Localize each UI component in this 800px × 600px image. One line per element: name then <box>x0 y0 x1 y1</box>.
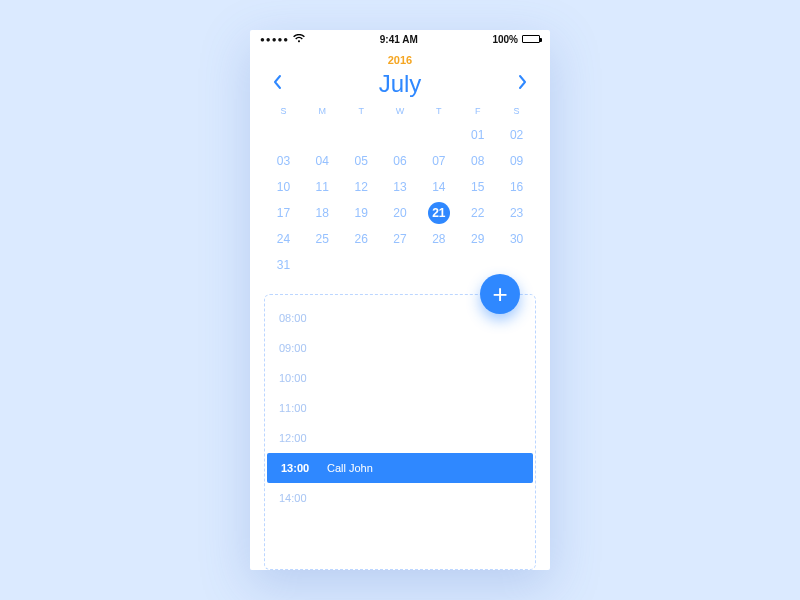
calendar-day[interactable]: 21 <box>419 200 458 226</box>
weekday-label: W <box>381 104 420 118</box>
selected-day-marker: 21 <box>428 202 450 224</box>
calendar-day[interactable]: 17 <box>264 200 303 226</box>
calendar-row: 0102 <box>250 122 550 148</box>
time-slot[interactable]: 10:00 <box>265 363 535 393</box>
status-bar: ●●●●● 9:41 AM 100% <box>250 30 550 48</box>
status-right: 100% <box>492 34 540 45</box>
weekday-label: T <box>419 104 458 118</box>
calendar-day[interactable]: 19 <box>342 200 381 226</box>
time-slot[interactable]: 14:00 <box>265 483 535 513</box>
calendar-day[interactable]: 24 <box>264 226 303 252</box>
phone-frame: ●●●●● 9:41 AM 100% 2016 July SMTWTFS 010… <box>250 30 550 570</box>
calendar-day <box>381 252 420 278</box>
calendar-day[interactable]: 14 <box>419 174 458 200</box>
calendar-day[interactable]: 16 <box>497 174 536 200</box>
calendar-day[interactable]: 29 <box>458 226 497 252</box>
time-slot[interactable]: 11:00 <box>265 393 535 423</box>
calendar-row: 24252627282930 <box>250 226 550 252</box>
calendar-day <box>303 252 342 278</box>
prev-month-button[interactable] <box>272 74 282 94</box>
calendar-grid: 0102030405060708091011121314151617181920… <box>250 122 550 278</box>
calendar-row: 17181920212223 <box>250 200 550 226</box>
signal-dots-icon: ●●●●● <box>260 35 289 44</box>
calendar-day[interactable]: 22 <box>458 200 497 226</box>
weekday-label: M <box>303 104 342 118</box>
calendar-day[interactable]: 12 <box>342 174 381 200</box>
battery-percent: 100% <box>492 34 518 45</box>
calendar-day <box>419 122 458 148</box>
month-nav: July <box>250 66 550 104</box>
calendar-day[interactable]: 28 <box>419 226 458 252</box>
calendar-day[interactable]: 13 <box>381 174 420 200</box>
slot-time: 10:00 <box>279 372 325 384</box>
calendar-day <box>264 122 303 148</box>
calendar-day[interactable]: 18 <box>303 200 342 226</box>
battery-icon <box>522 35 540 43</box>
calendar-row: 10111213141516 <box>250 174 550 200</box>
event-row[interactable]: 13:00Call John <box>267 453 533 483</box>
calendar-day[interactable]: 11 <box>303 174 342 200</box>
event-label: Call John <box>327 462 373 474</box>
schedule-card: 08:0009:0010:0011:0012:0013:00Call John1… <box>264 294 536 570</box>
calendar-day <box>419 252 458 278</box>
calendar-day[interactable]: 23 <box>497 200 536 226</box>
calendar-day[interactable]: 25 <box>303 226 342 252</box>
calendar-day[interactable]: 27 <box>381 226 420 252</box>
calendar-day[interactable]: 08 <box>458 148 497 174</box>
calendar-day <box>342 122 381 148</box>
time-slot[interactable]: 12:00 <box>265 423 535 453</box>
weekday-header: SMTWTFS <box>250 104 550 118</box>
calendar-day[interactable]: 26 <box>342 226 381 252</box>
status-left: ●●●●● <box>260 33 305 45</box>
slot-time: 08:00 <box>279 312 325 324</box>
month-label[interactable]: July <box>379 70 422 98</box>
slot-time: 09:00 <box>279 342 325 354</box>
schedule-section: + 08:0009:0010:0011:0012:0013:00Call Joh… <box>250 278 550 570</box>
slot-time: 12:00 <box>279 432 325 444</box>
weekday-label: F <box>458 104 497 118</box>
calendar-day[interactable]: 07 <box>419 148 458 174</box>
calendar-day[interactable]: 20 <box>381 200 420 226</box>
calendar-day[interactable]: 15 <box>458 174 497 200</box>
calendar-day[interactable]: 30 <box>497 226 536 252</box>
year-label: 2016 <box>250 54 550 66</box>
calendar-day[interactable]: 09 <box>497 148 536 174</box>
weekday-label: S <box>264 104 303 118</box>
calendar-day <box>381 122 420 148</box>
calendar-day[interactable]: 31 <box>264 252 303 278</box>
time-slot[interactable]: 09:00 <box>265 333 535 363</box>
wifi-icon <box>293 33 305 45</box>
chevron-left-icon <box>272 74 282 90</box>
calendar-day[interactable]: 10 <box>264 174 303 200</box>
calendar-day[interactable]: 06 <box>381 148 420 174</box>
weekday-label: T <box>342 104 381 118</box>
calendar-day <box>458 252 497 278</box>
add-event-button[interactable]: + <box>480 274 520 314</box>
weekday-label: S <box>497 104 536 118</box>
slot-time: 13:00 <box>281 462 327 474</box>
slot-time: 11:00 <box>279 402 325 414</box>
slot-time: 14:00 <box>279 492 325 504</box>
calendar-row: 03040506070809 <box>250 148 550 174</box>
chevron-right-icon <box>518 74 528 90</box>
calendar-day <box>342 252 381 278</box>
next-month-button[interactable] <box>518 74 528 94</box>
calendar-day[interactable]: 03 <box>264 148 303 174</box>
calendar-day[interactable]: 01 <box>458 122 497 148</box>
status-time: 9:41 AM <box>380 34 418 45</box>
calendar-day[interactable]: 04 <box>303 148 342 174</box>
calendar-day[interactable]: 05 <box>342 148 381 174</box>
calendar-day[interactable]: 02 <box>497 122 536 148</box>
calendar-day <box>303 122 342 148</box>
